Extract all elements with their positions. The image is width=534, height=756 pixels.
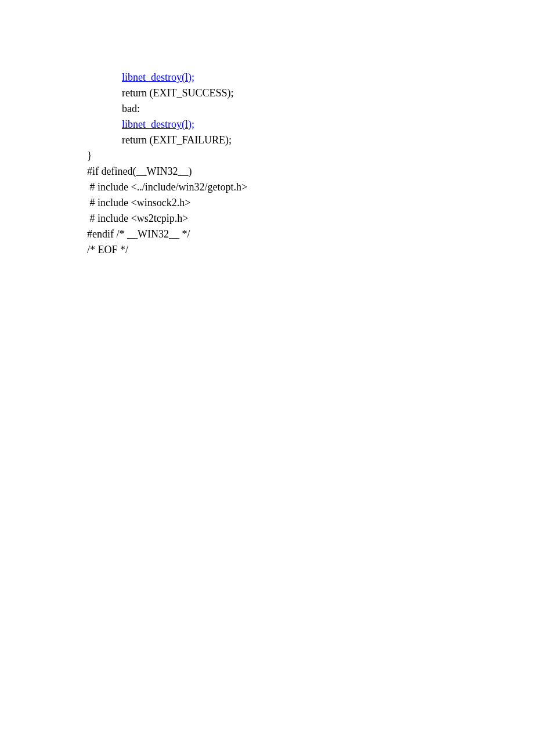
code-text: } bbox=[87, 150, 92, 161]
code-line-2: bad: bbox=[87, 101, 534, 117]
code-text: #if defined(__WIN32__) bbox=[87, 165, 192, 177]
code-text: /* EOF */ bbox=[87, 244, 128, 255]
code-block: libnet_destroy(l);return (EXIT_SUCCESS);… bbox=[87, 70, 534, 258]
code-line-5: } bbox=[87, 148, 534, 164]
code-text: bad: bbox=[122, 103, 140, 114]
code-text: #endif /* __WIN32__ */ bbox=[87, 228, 190, 240]
code-line-11: /* EOF */ bbox=[87, 242, 534, 258]
code-line-6: #if defined(__WIN32__) bbox=[87, 164, 534, 179]
code-line-3: libnet_destroy(l); bbox=[87, 117, 534, 132]
code-line-4: return (EXIT_FAILURE); bbox=[87, 132, 534, 148]
code-link[interactable]: libnet_destroy(l); bbox=[122, 71, 194, 83]
code-line-9: # include <ws2tcpip.h> bbox=[87, 211, 534, 226]
code-line-10: #endif /* __WIN32__ */ bbox=[87, 226, 534, 242]
code-text: # include <winsock2.h> bbox=[87, 197, 190, 208]
code-line-8: # include <winsock2.h> bbox=[87, 195, 534, 211]
code-text: return (EXIT_SUCCESS); bbox=[122, 87, 234, 99]
code-text: # include <../include/win32/getopt.h> bbox=[87, 181, 247, 193]
code-line-0: libnet_destroy(l); bbox=[87, 70, 534, 85]
code-line-1: return (EXIT_SUCCESS); bbox=[87, 85, 534, 101]
code-text: # include <ws2tcpip.h> bbox=[87, 213, 188, 224]
code-text: return (EXIT_FAILURE); bbox=[122, 134, 232, 146]
code-line-7: # include <../include/win32/getopt.h> bbox=[87, 179, 534, 195]
code-link[interactable]: libnet_destroy(l); bbox=[122, 118, 194, 130]
